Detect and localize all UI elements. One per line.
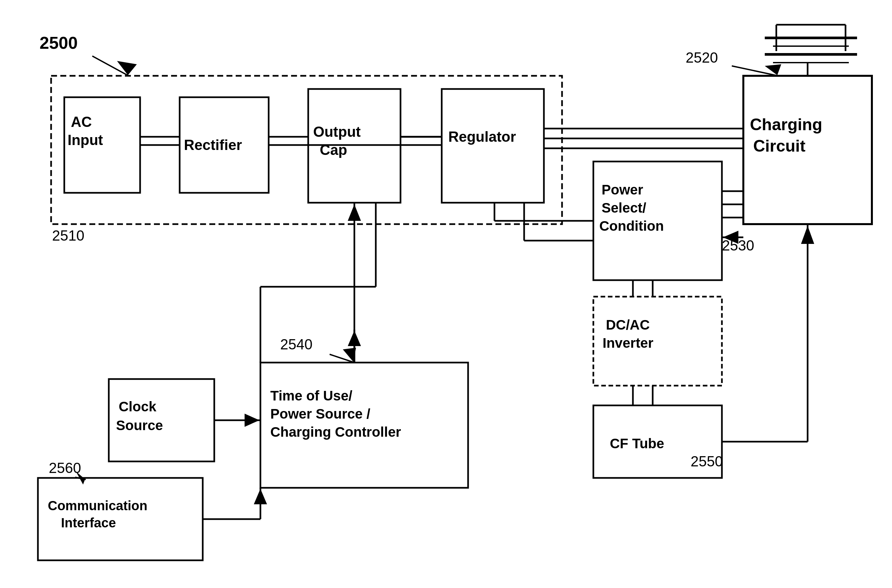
svg-text:Inverter: Inverter [603, 335, 653, 351]
circuit-diagram: 2500 AC Input Rectifier Output Cap Regul… [0, 0, 892, 588]
ref-2530-text: 2530 [722, 237, 754, 254]
output-cap-text: Output [313, 124, 361, 140]
ac-input-text2: Input [67, 132, 103, 148]
regulator-box [442, 89, 544, 203]
svg-marker-41 [244, 414, 259, 427]
ref-2550-text: 2550 [691, 453, 723, 470]
ref-2560-text: 2560 [49, 460, 81, 476]
rectifier-text: Rectifier [184, 137, 242, 153]
svg-text:Power: Power [601, 182, 643, 197]
svg-marker-46 [348, 331, 361, 346]
svg-marker-37 [801, 226, 814, 244]
ref-2520-text: 2520 [686, 50, 718, 66]
svg-text:Charging Controller: Charging Controller [270, 424, 401, 440]
svg-marker-48 [117, 61, 137, 75]
regulator-text: Regulator [448, 129, 516, 145]
output-cap-text2: Cap [320, 142, 347, 158]
svg-text:Select/: Select/ [601, 200, 646, 216]
ref-2500-label: 2500 [39, 33, 78, 52]
svg-marker-27 [348, 204, 361, 221]
diagram: 2500 AC Input Rectifier Output Cap Regul… [0, 0, 892, 588]
ref-2540-text: 2540 [280, 336, 312, 352]
svg-text:CF Tube: CF Tube [610, 436, 664, 451]
svg-marker-44 [254, 489, 267, 504]
charging-circuit-text2: Circuit [753, 137, 806, 155]
ac-input-text: AC [71, 114, 92, 130]
svg-text:Interface: Interface [61, 516, 116, 530]
svg-text:Clock: Clock [118, 399, 157, 414]
ref-2510-text: 2510 [52, 227, 84, 244]
svg-text:Power Source /: Power Source / [270, 406, 370, 422]
svg-text:Communication: Communication [48, 498, 147, 513]
charging-circuit-text: Charging [750, 116, 822, 134]
svg-text:Source: Source [116, 418, 163, 433]
svg-text:Condition: Condition [599, 218, 664, 234]
svg-text:Time of Use/: Time of Use/ [270, 388, 352, 404]
svg-text:DC/AC: DC/AC [606, 317, 650, 333]
